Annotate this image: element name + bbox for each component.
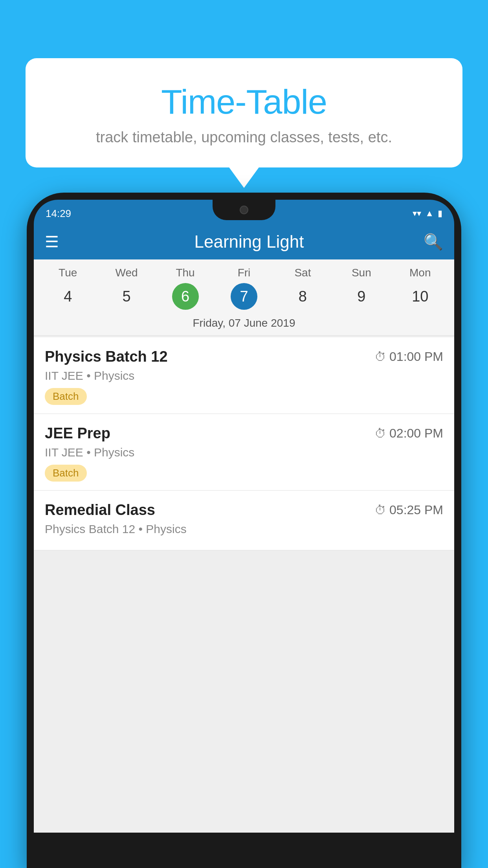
- phone-frame: 14:29 ▾▾ ▲ ▮ ☰ Learning Light 🔍 TueWedTh…: [27, 193, 461, 868]
- battery-icon: ▮: [438, 208, 442, 219]
- day-label: Mon: [391, 267, 449, 283]
- clock-icon: ⏱: [374, 504, 386, 517]
- notch: [213, 200, 275, 220]
- day-number[interactable]: 6: [172, 283, 199, 310]
- schedule-item-title: Physics Batch 12: [45, 348, 168, 365]
- day-number[interactable]: 5: [97, 283, 156, 310]
- batch-badge: Batch: [45, 465, 87, 482]
- signal-icon: ▲: [425, 208, 434, 219]
- status-time: 14:29: [46, 208, 71, 220]
- time-text: 02:00 PM: [389, 426, 443, 441]
- schedule-item-time: ⏱05:25 PM: [374, 503, 443, 517]
- tooltip-subtitle: track timetable, upcoming classes, tests…: [45, 129, 443, 146]
- day-number[interactable]: 7: [231, 283, 257, 310]
- day-label: Fri: [215, 267, 273, 283]
- tooltip-title: Time-Table: [45, 82, 443, 122]
- schedule-item-header: Remedial Class⏱05:25 PM: [45, 502, 443, 519]
- schedule-item-sub: IIT JEE • Physics: [45, 446, 443, 459]
- camera: [240, 206, 248, 214]
- clock-icon: ⏱: [374, 427, 386, 440]
- schedule-item-sub: IIT JEE • Physics: [45, 369, 443, 383]
- day-label: Thu: [156, 267, 215, 283]
- status-icons: ▾▾ ▲ ▮: [413, 208, 442, 219]
- schedule-item-header: JEE Prep⏱02:00 PM: [45, 425, 443, 442]
- status-bar: 14:29 ▾▾ ▲ ▮: [34, 200, 454, 224]
- schedule-item-time: ⏱01:00 PM: [374, 349, 443, 364]
- app-bar: ☰ Learning Light 🔍: [34, 224, 454, 259]
- schedule-item-title: Remedial Class: [45, 502, 155, 519]
- search-icon[interactable]: 🔍: [424, 233, 443, 251]
- day-label: Wed: [97, 267, 156, 283]
- day-number[interactable]: 10: [391, 283, 449, 310]
- schedule-item-header: Physics Batch 12⏱01:00 PM: [45, 348, 443, 365]
- menu-icon[interactable]: ☰: [45, 234, 59, 250]
- calendar-strip: TueWedThuFriSatSunMon 45678910 Friday, 0…: [34, 259, 454, 336]
- schedule-item-title: JEE Prep: [45, 425, 110, 442]
- phone-screen: ☰ Learning Light 🔍 TueWedThuFriSatSunMon…: [34, 224, 454, 833]
- wifi-icon: ▾▾: [413, 208, 421, 219]
- time-text: 05:25 PM: [389, 503, 443, 517]
- schedule-item-time: ⏱02:00 PM: [374, 426, 443, 441]
- batch-badge: Batch: [45, 388, 87, 405]
- day-number[interactable]: 9: [332, 283, 391, 310]
- time-text: 01:00 PM: [389, 349, 443, 364]
- schedule-list: Physics Batch 12⏱01:00 PMIIT JEE • Physi…: [34, 337, 454, 550]
- selected-date-label: Friday, 07 June 2019: [34, 313, 454, 336]
- day-label: Tue: [39, 267, 97, 283]
- schedule-item[interactable]: JEE Prep⏱02:00 PMIIT JEE • PhysicsBatch: [34, 414, 454, 491]
- day-number[interactable]: 8: [273, 283, 332, 310]
- schedule-item-sub: Physics Batch 12 • Physics: [45, 522, 443, 536]
- tooltip-card: Time-Table track timetable, upcoming cla…: [26, 58, 462, 167]
- day-number[interactable]: 4: [39, 283, 97, 310]
- schedule-item[interactable]: Physics Batch 12⏱01:00 PMIIT JEE • Physi…: [34, 337, 454, 414]
- day-numbers: 45678910: [34, 283, 454, 310]
- day-headers: TueWedThuFriSatSunMon: [34, 267, 454, 283]
- schedule-item[interactable]: Remedial Class⏱05:25 PMPhysics Batch 12 …: [34, 491, 454, 550]
- app-title: Learning Light: [59, 232, 439, 252]
- day-label: Sat: [273, 267, 332, 283]
- day-label: Sun: [332, 267, 391, 283]
- clock-icon: ⏱: [374, 350, 386, 364]
